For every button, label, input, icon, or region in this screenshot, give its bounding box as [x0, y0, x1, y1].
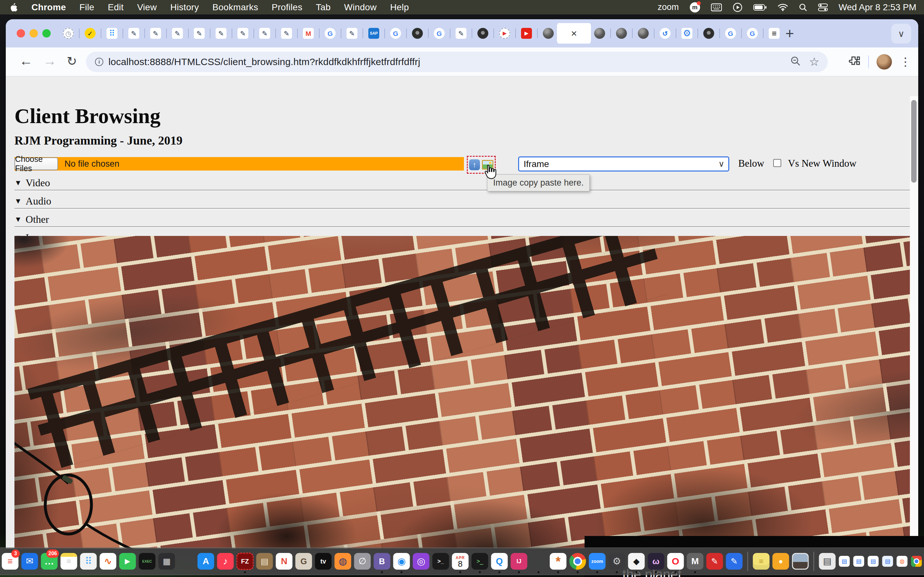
vs-new-window-checkbox[interactable] [773, 159, 781, 167]
google-favicon[interactable]: G [747, 28, 758, 39]
facetime-icon[interactable]: ▶ [119, 549, 137, 574]
minimized-doc-icon[interactable]: ▤ [838, 549, 851, 574]
dots-grid-favicon[interactable]: ⠿ [107, 28, 118, 39]
pencil-favicon[interactable]: ✎ [194, 28, 205, 39]
gmail-favicon[interactable]: M [303, 28, 314, 39]
target-select[interactable]: Iframe ∨ [518, 156, 729, 171]
pencil-favicon[interactable]: ✎ [281, 28, 292, 39]
sap-favicon[interactable]: SAP [368, 28, 379, 39]
minimized-chrome-icon[interactable] [910, 549, 923, 574]
globe-dark-favicon[interactable] [594, 28, 605, 39]
minimize-window-button[interactable] [29, 29, 38, 37]
pencil-favicon[interactable]: ✎ [259, 28, 270, 39]
close-tab-icon[interactable]: × [571, 27, 577, 39]
red-pen-icon[interactable]: ✎ [706, 549, 724, 574]
wifi-icon[interactable] [778, 3, 788, 11]
zoom-out-page-icon[interactable] [790, 56, 801, 68]
menu-item-edit[interactable]: Edit [108, 2, 124, 13]
new-tab-button[interactable]: + [785, 25, 794, 42]
section-summary-other[interactable]: ▼Other [15, 212, 49, 226]
extensions-icon[interactable] [848, 55, 861, 69]
youtube-favicon[interactable]: ▶ [521, 28, 532, 39]
launchpad-icon[interactable]: ⠿ [79, 549, 97, 574]
upload-arrow-icon[interactable]: ↑ [469, 159, 480, 170]
pencil-favicon[interactable]: ✎ [172, 28, 183, 39]
tab-search-chevron[interactable]: ∨ [891, 24, 911, 44]
globe-dark-favicon[interactable] [543, 28, 554, 39]
pencil-favicon[interactable]: ✎ [150, 28, 161, 39]
quicktime-icon[interactable]: Q [491, 549, 509, 574]
inkscape-icon[interactable]: ◆ [628, 549, 646, 574]
system-settings-icon[interactable]: ⚙ [608, 549, 626, 574]
menu-item-window[interactable]: Window [344, 2, 376, 13]
play-control-icon[interactable] [733, 3, 742, 12]
youtube-rec-favicon[interactable]: ▶ [499, 28, 510, 39]
textedit-icon[interactable]: ≡ [178, 549, 195, 574]
pencil-favicon[interactable]: ✎ [456, 28, 467, 39]
pencil-favicon[interactable]: ✎ [237, 28, 248, 39]
screenshot-preview-icon[interactable] [792, 549, 809, 574]
menu-item-help[interactable]: Help [390, 2, 409, 13]
chrome-dark-favicon[interactable] [703, 28, 714, 39]
reminders-icon[interactable]: 3≡ [1, 549, 19, 574]
menu-item-bookmarks[interactable]: Bookmarks [212, 2, 258, 13]
menu-clock[interactable]: Wed Apr 8 2:53 PM [838, 2, 916, 13]
messages-icon[interactable]: 206… [40, 549, 58, 574]
news-icon[interactable]: N [275, 549, 293, 574]
mail-icon[interactable]: ✉ [21, 549, 39, 574]
tooth-icon[interactable]: M [686, 549, 704, 574]
palette-icon[interactable]: * [549, 549, 567, 574]
active-tab[interactable]: × [557, 23, 591, 44]
keypad-icon[interactable]: ▦ [158, 549, 176, 574]
chrome-dark-favicon[interactable] [477, 28, 488, 39]
profile-avatar[interactable] [877, 54, 892, 69]
apple-menu-icon[interactable] [10, 3, 18, 12]
zoom-window-button[interactable] [42, 29, 51, 37]
pencil-favicon[interactable]: ✎ [128, 28, 139, 39]
contacts-icon[interactable]: ▤ [256, 549, 274, 574]
blue-pen-icon[interactable]: ✎ [725, 549, 743, 574]
site-info-icon[interactable]: i [95, 58, 103, 66]
section-summary-audio[interactable]: ▼Audio [15, 194, 51, 208]
terminal-exec-icon[interactable]: EXEC [138, 549, 156, 574]
menu-item-view[interactable]: View [137, 2, 157, 13]
forward-button[interactable]: → [43, 53, 57, 69]
zoom-icon[interactable]: zoom [588, 549, 606, 574]
brick-wall-image[interactable] [15, 236, 918, 549]
intellij-icon[interactable]: IJ [510, 549, 528, 574]
document-icon[interactable] [530, 549, 548, 574]
control-center-icon[interactable] [818, 3, 828, 11]
menu-item-history[interactable]: History [170, 2, 199, 13]
notes-icon[interactable]: ≡ [60, 549, 78, 574]
appstore-icon[interactable]: A [197, 549, 215, 574]
google-favicon[interactable]: G [725, 28, 736, 39]
music-icon[interactable]: ♪ [216, 549, 234, 574]
menu-zoom-app[interactable]: zoom [658, 2, 679, 12]
back-button[interactable]: ← [19, 53, 33, 69]
keyboard-icon[interactable] [711, 3, 722, 11]
section-summary-video[interactable]: ▼Video [15, 176, 50, 190]
printer-icon[interactable]: ▤ [819, 549, 837, 574]
google-favicon[interactable]: G [390, 28, 401, 39]
gimp-icon[interactable]: G [295, 549, 313, 574]
minimized-window-icon[interactable]: ▤ [881, 549, 894, 574]
bookmark-star-icon[interactable]: ☆ [809, 55, 819, 69]
safari-icon[interactable]: ◉ [393, 549, 411, 574]
address-bar[interactable]: i localhost:8888/HTMLCSS/client_browsing… [86, 52, 828, 72]
chrome-menu-icon[interactable]: ⋮ [900, 55, 911, 69]
terminal-icon[interactable]: >_ [432, 549, 450, 574]
filezilla-icon[interactable]: FZ [236, 549, 254, 574]
menu-item-file[interactable]: File [79, 2, 94, 13]
lightbulb-icon[interactable]: ● [772, 549, 790, 574]
menu-item-profiles[interactable]: Profiles [272, 2, 302, 13]
apple-tv-icon[interactable]: tv [314, 549, 333, 574]
vertical-scrollbar[interactable] [910, 96, 918, 549]
settings-gear-favicon[interactable]: ⚙ [682, 28, 692, 39]
spotlight-search-icon[interactable] [799, 3, 807, 11]
vertical-scrollbar-thumb[interactable] [911, 100, 917, 183]
close-window-button[interactable] [17, 29, 25, 37]
chrome-dark-favicon[interactable] [412, 28, 423, 39]
terminal-small-icon[interactable]: >_ [471, 549, 489, 574]
file-input-bar[interactable]: No file chosen [15, 157, 464, 171]
calendar-icon[interactable]: APR8 [451, 549, 469, 574]
